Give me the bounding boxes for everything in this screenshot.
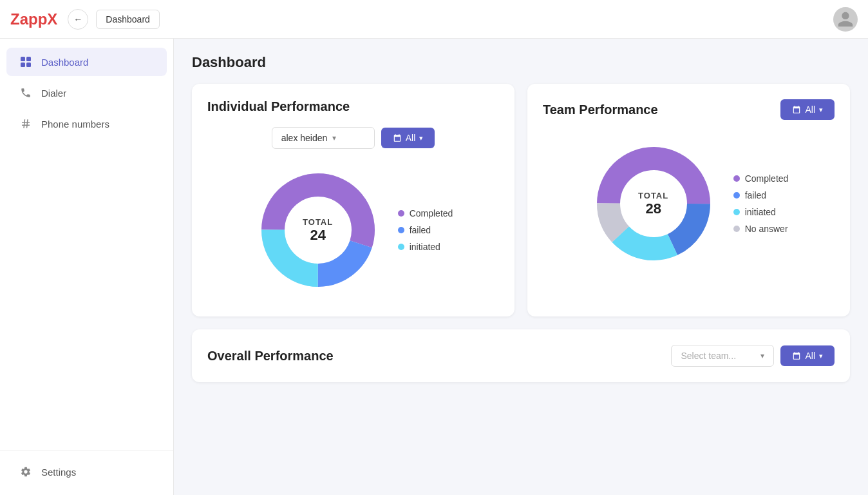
individual-performance-controls: alex heiden ▾ All ▾ — [207, 127, 499, 149]
team-no-answer-dot — [733, 226, 740, 232]
select-team-chevron-icon: ▾ — [760, 351, 764, 360]
sidebar-item-dialer[interactable]: Dialer — [6, 79, 167, 107]
svg-rect-0 — [21, 57, 25, 61]
team-all-button[interactable]: All ▾ — [780, 99, 835, 120]
team-legend: Completed failed initiated No answe — [733, 173, 789, 234]
team-total-num: 28 — [638, 200, 668, 217]
sidebar-item-dialer-label: Dialer — [41, 88, 66, 99]
svg-rect-1 — [26, 57, 31, 61]
all-chevron-icon: ▾ — [419, 134, 423, 142]
phone-icon — [19, 86, 32, 99]
breadcrumb: Dashboard — [96, 10, 160, 29]
sidebar-spacer — [0, 139, 173, 451]
team-legend-failed-label: failed — [745, 190, 766, 200]
gear-icon — [19, 465, 32, 478]
team-all-chevron-icon: ▾ — [819, 106, 823, 114]
logo-zapp: Zapp — [10, 10, 47, 28]
individual-donut-chart: TOTAL 24 — [254, 166, 382, 295]
select-team-wrapper: Select team... ▾ All ▾ — [671, 345, 835, 367]
overall-all-button[interactable]: All ▾ — [780, 345, 835, 366]
sidebar-item-phone-numbers-label: Phone numbers — [41, 119, 109, 130]
sidebar-item-phone-numbers[interactable]: Phone numbers — [6, 110, 167, 138]
legend-item-failed: failed — [398, 225, 453, 235]
sidebar: Dashboard Dialer Phone numbers Settings — [0, 39, 174, 495]
page-title: Dashboard — [192, 54, 850, 71]
team-performance-title: Team Performance — [543, 102, 658, 117]
team-legend-no-answer-label: No answer — [745, 224, 788, 234]
svg-line-7 — [27, 119, 28, 128]
legend-item-initiated: initiated — [398, 242, 453, 252]
individual-all-button[interactable]: All ▾ — [381, 128, 435, 148]
topbar: ZappX ← Dashboard — [0, 0, 868, 39]
chevron-down-icon: ▾ — [332, 133, 336, 142]
team-failed-dot — [733, 192, 740, 199]
main-layout: Dashboard Dialer Phone numbers Settings — [0, 39, 868, 495]
logo: ZappX — [10, 10, 57, 28]
individual-chart-area: TOTAL 24 Completed failed — [207, 159, 499, 301]
avatar — [833, 7, 858, 32]
svg-rect-3 — [26, 63, 31, 67]
grid-icon — [19, 55, 32, 68]
sidebar-item-settings[interactable]: Settings — [6, 458, 167, 486]
legend-failed-label: failed — [410, 225, 431, 235]
completed-dot — [398, 210, 404, 217]
team-performance-card: Team Performance All ▾ — [527, 84, 850, 316]
team-initiated-dot — [733, 209, 740, 215]
select-team-dropdown[interactable]: Select team... ▾ — [671, 345, 774, 367]
person-select-value: alex heiden — [281, 133, 328, 143]
team-legend-initiated: initiated — [733, 207, 789, 217]
cards-row: Individual Performance alex heiden ▾ All… — [192, 84, 850, 316]
svg-line-6 — [24, 119, 25, 128]
individual-total-num: 24 — [303, 227, 333, 244]
overall-all-label: All — [805, 351, 815, 361]
individual-performance-title: Individual Performance — [207, 99, 499, 114]
team-donut-label: TOTAL 28 — [638, 191, 668, 217]
team-legend-no-answer: No answer — [733, 224, 789, 234]
team-completed-dot — [733, 175, 740, 182]
person-select[interactable]: alex heiden ▾ — [272, 127, 375, 149]
overall-performance-title: Overall Performance — [207, 349, 334, 364]
legend-completed-label: Completed — [410, 208, 453, 218]
individual-total-text: TOTAL — [303, 217, 333, 227]
legend-initiated-label: initiated — [410, 242, 440, 252]
calendar-icon — [393, 133, 402, 142]
team-calendar-icon — [792, 105, 801, 114]
sidebar-bottom: Settings — [0, 451, 173, 487]
sidebar-item-dashboard-label: Dashboard — [41, 57, 88, 68]
overall-performance-header: Overall Performance Select team... ▾ All… — [207, 345, 835, 367]
content-area: Dashboard Individual Performance alex he… — [174, 39, 868, 495]
sidebar-item-settings-label: Settings — [41, 467, 76, 478]
overall-all-chevron-icon: ▾ — [819, 352, 823, 360]
overall-calendar-icon — [792, 351, 801, 360]
team-total-text: TOTAL — [638, 191, 668, 200]
team-legend-initiated-label: initiated — [745, 207, 776, 217]
team-donut-chart: TOTAL 28 — [589, 139, 718, 268]
team-legend-completed: Completed — [733, 173, 789, 184]
hash-icon — [19, 117, 32, 130]
initiated-dot — [398, 244, 404, 250]
individual-all-label: All — [406, 133, 416, 143]
individual-performance-card: Individual Performance alex heiden ▾ All… — [192, 84, 514, 316]
team-all-label: All — [805, 104, 815, 115]
team-legend-failed: failed — [733, 190, 789, 200]
team-chart-area: TOTAL 28 Completed failed — [543, 133, 835, 275]
overall-performance-card: Overall Performance Select team... ▾ All… — [192, 329, 850, 382]
back-button[interactable]: ← — [68, 9, 88, 30]
select-team-placeholder: Select team... — [681, 351, 755, 361]
individual-donut-label: TOTAL 24 — [303, 217, 333, 244]
individual-legend: Completed failed initiated — [398, 208, 453, 252]
failed-dot — [398, 227, 404, 233]
sidebar-item-dashboard[interactable]: Dashboard — [6, 48, 167, 76]
legend-item-completed: Completed — [398, 208, 453, 218]
logo-x: X — [47, 10, 57, 28]
svg-rect-2 — [21, 63, 25, 67]
team-legend-completed-label: Completed — [745, 173, 789, 184]
